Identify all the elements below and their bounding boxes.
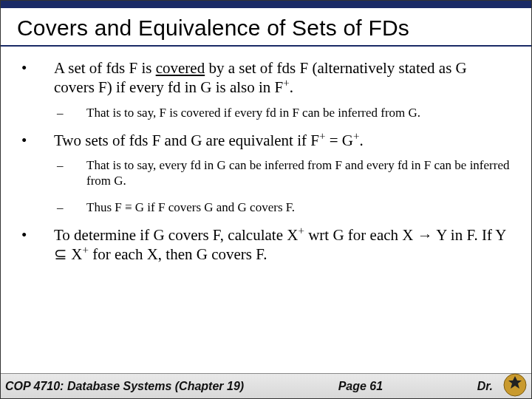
slide-body: • A set of fds F is covered by a set of … [1, 47, 531, 264]
top-bar [1, 1, 531, 8]
footer-bar: COP 4710: Database Systems (Chapter 19) … [1, 373, 531, 398]
bullet-text: A set of fds F is covered by a set of fd… [54, 58, 511, 98]
bullet-item: • A set of fds F is covered by a set of … [18, 58, 511, 98]
ucf-logo-icon [503, 373, 527, 397]
footer-page: Page 61 [244, 380, 477, 393]
bullet-text: Two sets of fds F and G are equivalent i… [54, 131, 511, 150]
slide: Covers and Equivalence of Sets of FDs • … [0, 0, 532, 399]
subbullet-text: That is to say, every fd in G can be inf… [86, 157, 511, 189]
footer-course: COP 4710: Database Systems (Chapter 19) [5, 380, 244, 393]
bullet-text: To determine if G covers F, calculate X+… [54, 225, 511, 265]
subbullet-text: That is to say, F is covered if every fd… [86, 105, 511, 120]
subbullet-marker: – [57, 157, 86, 189]
subbullet-marker: – [57, 105, 86, 120]
subbullet-item: – Thus F ≡ G if F covers G and G covers … [18, 200, 511, 215]
subbullet-item: – That is to say, F is covered if every … [18, 105, 511, 120]
bullet-marker: • [18, 131, 54, 150]
bullet-item: • Two sets of fds F and G are equivalent… [18, 131, 511, 150]
bullet-marker: • [18, 225, 54, 265]
bullet-item: • To determine if G covers F, calculate … [18, 225, 511, 265]
subbullet-marker: – [57, 200, 86, 215]
slide-title: Covers and Equivalence of Sets of FDs [1, 8, 531, 44]
subbullet-item: – That is to say, every fd in G can be i… [18, 157, 511, 189]
subbullet-text: Thus F ≡ G if F covers G and G covers F. [86, 200, 511, 215]
bullet-marker: • [18, 58, 54, 98]
